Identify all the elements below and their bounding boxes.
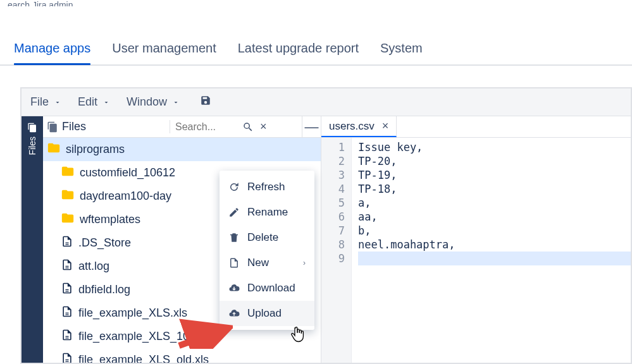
- tree-file-label: file_example_XLS.xls: [78, 306, 187, 320]
- code-line: neel.moahaptra,: [358, 238, 631, 252]
- editor-tab-users-csv[interactable]: users.csv ×: [321, 116, 397, 137]
- new-file-icon: [228, 257, 240, 269]
- collapse-panel-button[interactable]: —: [302, 116, 321, 137]
- tree-folder-label: wftemplates: [80, 213, 140, 226]
- folder-icon: [61, 188, 75, 205]
- tree-folder-root[interactable]: silprograms: [43, 138, 321, 161]
- cloud-upload-icon: [228, 308, 240, 319]
- code-content[interactable]: Issue key, TP-20, TP-19, TP-18, a, aa, b…: [352, 138, 631, 363]
- tab-system[interactable]: System: [380, 35, 423, 64]
- side-rail-label: Files: [27, 136, 37, 155]
- floppy-disk-icon: [200, 95, 211, 106]
- context-menu-label: Delete: [247, 231, 278, 244]
- file-icon: [61, 235, 73, 251]
- code-line: Issue key,: [358, 140, 631, 154]
- context-menu-delete[interactable]: Delete: [220, 225, 314, 250]
- clear-search-icon[interactable]: ×: [257, 120, 270, 133]
- context-menu-download[interactable]: Download: [220, 276, 314, 301]
- admin-nav-tabs: Manage apps User management Latest upgra…: [0, 34, 632, 66]
- editor-tab-label: users.csv: [329, 120, 375, 133]
- cloud-download-icon: [228, 282, 240, 294]
- tree-file[interactable]: file_example_XLS_old.xls: [43, 348, 321, 363]
- code-line: TP-18,: [358, 182, 631, 196]
- code-line: a,: [358, 196, 631, 210]
- menu-edit[interactable]: Edit: [78, 95, 110, 109]
- tree-file-label: dbfield.log: [78, 283, 130, 296]
- context-menu-new[interactable]: New ›: [220, 250, 314, 276]
- context-menu-label: Download: [247, 282, 295, 294]
- file-icon: [61, 305, 73, 321]
- tab-latest-upgrade-report[interactable]: Latest upgrade report: [238, 35, 359, 64]
- file-context-menu: Refresh Rename Delete New › Download Upl…: [220, 171, 314, 330]
- menu-edit-label: Edit: [78, 95, 97, 109]
- code-line: TP-20,: [358, 154, 631, 168]
- pencil-icon: [228, 207, 240, 218]
- search-input[interactable]: [175, 121, 239, 133]
- submenu-chevron-icon: ›: [303, 258, 306, 267]
- trash-icon: [228, 232, 240, 243]
- menu-file[interactable]: File: [30, 95, 61, 109]
- close-tab-icon[interactable]: ×: [382, 119, 389, 133]
- menu-window[interactable]: Window: [127, 95, 180, 109]
- tree-folder-label: daydream100-day: [80, 190, 171, 203]
- code-line: [358, 252, 631, 265]
- files-panel-title: Files: [43, 120, 170, 133]
- chevron-down-icon: [102, 99, 110, 106]
- files-panel-header: Files × —: [43, 116, 321, 138]
- file-icon: [61, 329, 73, 344]
- tree-file-label: file_example_XLS_10.xls: [78, 330, 206, 343]
- context-menu-label: Refresh: [247, 181, 285, 193]
- folder-icon: [61, 164, 75, 181]
- folder-icon: [61, 211, 75, 228]
- save-button[interactable]: [200, 95, 211, 109]
- files-stack-icon: [47, 121, 58, 133]
- files-search: ×: [170, 120, 302, 133]
- refresh-icon: [228, 181, 240, 193]
- context-menu-label: Upload: [247, 307, 282, 320]
- tree-file-label: .DS_Store: [78, 236, 131, 250]
- file-icon: [61, 282, 73, 298]
- search-icon[interactable]: [242, 121, 254, 133]
- folder-icon: [47, 141, 61, 158]
- editor-toolbar: File Edit Window: [22, 88, 631, 116]
- editor-body[interactable]: 123456789 Issue key, TP-20, TP-19, TP-18…: [321, 138, 631, 363]
- file-icon: [61, 352, 73, 363]
- chevron-down-icon: [172, 99, 180, 106]
- files-stack-icon: [27, 123, 37, 133]
- tab-manage-apps[interactable]: Manage apps: [14, 35, 90, 64]
- tree-folder-label: silprograms: [66, 143, 125, 156]
- code-line: b,: [358, 224, 631, 238]
- context-menu-label: New: [247, 257, 269, 269]
- code-line: TP-19,: [358, 168, 631, 182]
- context-menu-upload[interactable]: Upload: [220, 301, 314, 326]
- files-panel-title-text: Files: [62, 120, 86, 133]
- tree-file-label: file_example_XLS_old.xls: [78, 353, 209, 363]
- tab-user-management[interactable]: User management: [112, 35, 216, 64]
- menu-file-label: File: [30, 95, 49, 109]
- context-menu-label: Rename: [247, 206, 288, 219]
- tree-folder-label: customfield_10612: [80, 166, 175, 179]
- page-header-fragment: earch Jira admin: [0, 0, 632, 6]
- line-number-gutter: 123456789: [321, 138, 352, 363]
- editor-tab-bar: users.csv ×: [321, 116, 631, 138]
- side-rail-files[interactable]: Files: [22, 116, 43, 363]
- context-menu-refresh[interactable]: Refresh: [220, 174, 314, 200]
- chevron-down-icon: [54, 99, 61, 106]
- context-menu-rename[interactable]: Rename: [220, 200, 314, 225]
- file-icon: [61, 258, 73, 274]
- tree-file-label: att.log: [78, 260, 109, 273]
- menu-window-label: Window: [127, 95, 167, 109]
- code-line: aa,: [358, 210, 631, 224]
